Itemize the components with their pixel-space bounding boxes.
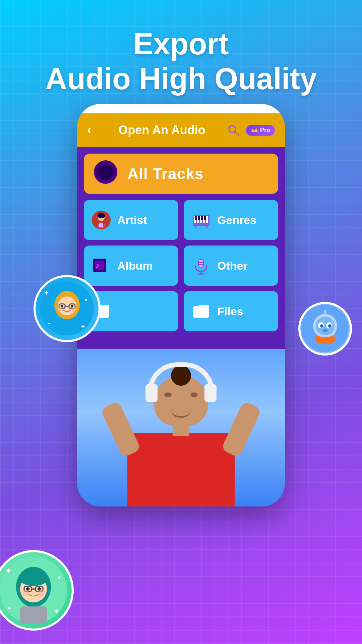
other-menu-item[interactable]: Other [184,246,278,286]
svg-rect-12 [195,216,197,220]
phone-mockup: ‹ Open An Audio Pro [77,104,285,540]
album-menu-item[interactable]: ♪ Album [84,246,178,286]
svg-rect-64 [20,606,47,624]
headline-line1: Export [0,27,362,62]
avatar-girl-teal-icon: ✦ ✦ ✦ ✦ [0,557,67,624]
phone-frame: ‹ Open An Audio Pro [77,104,285,506]
svg-text:✦: ✦ [44,289,49,297]
vinyl-disc [94,160,117,184]
files-icon [190,301,212,322]
svg-line-1 [235,132,239,136]
svg-text:✦: ✦ [54,607,60,615]
search-icon [227,124,240,137]
svg-text:✦: ✦ [7,605,12,612]
pro-badge[interactable]: Pro [246,125,275,136]
artist-icon [90,209,112,231]
genres-menu-item[interactable]: Genres [184,200,278,240]
svg-text:♪: ♪ [96,261,99,270]
avatar-girl-teal: ✦ ✦ ✦ ✦ [34,275,101,342]
svg-rect-13 [198,216,200,220]
bottom-photo-area [77,349,285,506]
svg-point-48 [320,324,323,328]
menu-grid: Artist [84,200,278,331]
files-menu-item[interactable]: Files [184,291,278,331]
artist-label: Artist [117,214,147,227]
genres-icon [190,209,212,231]
svg-rect-11 [206,216,208,223]
svg-rect-15 [204,216,206,220]
svg-text:✦: ✦ [5,566,12,575]
app-header: ‹ Open An Audio Pro [77,113,285,147]
svg-point-62 [22,590,29,596]
svg-rect-27 [193,308,209,318]
genres-label: Genres [217,214,256,227]
svg-rect-21 [198,259,204,267]
svg-text:✦: ✦ [47,321,51,326]
album-icon: ♪ [90,255,112,276]
svg-point-52 [323,306,327,310]
svg-rect-14 [201,216,203,220]
all-tracks-label: All Tracks [127,165,203,183]
svg-point-50 [322,329,328,332]
artist-menu-item[interactable]: Artist [84,200,178,240]
svg-text:✦: ✦ [56,574,62,582]
app-screen-title: Open An Audio [98,123,226,137]
all-tracks-icon: ♪ [94,160,121,187]
header-icons: Pro [226,123,275,138]
svg-rect-16 [195,225,196,228]
avatar-girl-icon: ✦ ✦ ✦ ✦ [40,282,94,335]
svg-rect-5 [99,223,103,227]
avatar-robot-blue [298,302,352,356]
avatar-robot-icon [302,305,349,352]
back-button[interactable]: ‹ [87,123,91,137]
person-figure [101,362,261,506]
search-button[interactable] [226,123,241,138]
svg-text:✦: ✦ [80,323,85,330]
svg-point-38 [71,307,76,312]
headline-line2: Audio High Quality [0,62,362,97]
all-tracks-button[interactable]: ♪ All Tracks [84,154,278,194]
svg-point-56 [19,571,48,586]
crown-icon [251,127,258,133]
svg-text:✦: ✦ [84,297,88,303]
music-note-icon: ♪ [118,157,122,168]
svg-rect-17 [206,225,207,228]
album-label: Album [117,259,153,272]
other-icon [190,255,212,276]
svg-point-4 [98,213,105,218]
svg-point-37 [58,307,63,312]
pro-label: Pro [260,127,270,134]
svg-point-63 [38,590,45,596]
other-label: Other [217,259,248,272]
app-content: ♪ All Tracks [77,147,285,506]
files-label: Files [217,305,243,318]
svg-point-49 [328,324,331,328]
avatar-girl-green: ✦ ✦ ✦ ✦ [0,550,74,631]
phone-notch [161,104,201,113]
